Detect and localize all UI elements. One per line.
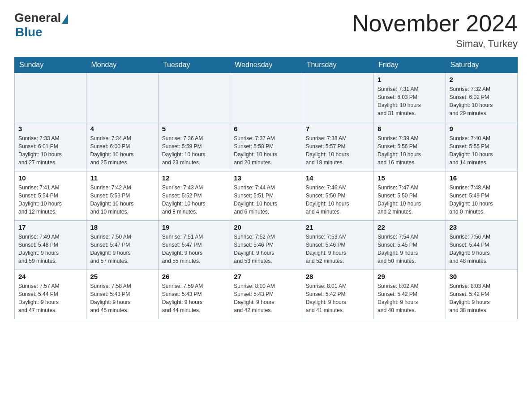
calendar-cell: 3Sunrise: 7:33 AMSunset: 6:01 PMDaylight… xyxy=(15,122,86,171)
weekday-header-thursday: Thursday xyxy=(302,57,373,73)
calendar-week-row: 24Sunrise: 7:57 AMSunset: 5:44 PMDayligh… xyxy=(15,270,518,319)
calendar-cell: 22Sunrise: 7:54 AMSunset: 5:45 PMDayligh… xyxy=(374,221,446,270)
day-number: 18 xyxy=(90,223,154,231)
day-number: 4 xyxy=(90,125,154,133)
calendar-cell xyxy=(302,73,373,122)
day-number: 16 xyxy=(450,174,514,182)
calendar-cell: 10Sunrise: 7:41 AMSunset: 5:54 PMDayligh… xyxy=(15,171,86,221)
logo-general-text: General xyxy=(14,11,61,25)
weekday-header-monday: Monday xyxy=(86,57,158,73)
day-info: Sunrise: 7:52 AMSunset: 5:46 PMDaylight:… xyxy=(234,233,298,265)
calendar-cell: 26Sunrise: 7:59 AMSunset: 5:43 PMDayligh… xyxy=(158,270,230,319)
day-number: 30 xyxy=(450,273,514,280)
day-info: Sunrise: 7:53 AMSunset: 5:46 PMDaylight:… xyxy=(306,233,370,265)
day-info: Sunrise: 7:42 AMSunset: 5:53 PMDaylight:… xyxy=(90,184,154,216)
day-number: 13 xyxy=(234,174,298,182)
calendar-cell: 11Sunrise: 7:42 AMSunset: 5:53 PMDayligh… xyxy=(86,171,158,221)
calendar-cell xyxy=(230,73,302,122)
day-number: 29 xyxy=(378,273,442,280)
day-number: 9 xyxy=(450,125,514,133)
calendar-cell: 14Sunrise: 7:46 AMSunset: 5:50 PMDayligh… xyxy=(302,171,373,221)
day-number: 19 xyxy=(162,223,226,231)
calendar-table: SundayMondayTuesdayWednesdayThursdayFrid… xyxy=(14,57,518,319)
calendar-cell: 5Sunrise: 7:36 AMSunset: 5:59 PMDaylight… xyxy=(158,122,230,171)
day-info: Sunrise: 7:31 AMSunset: 6:03 PMDaylight:… xyxy=(378,85,442,117)
calendar-cell: 13Sunrise: 7:44 AMSunset: 5:51 PMDayligh… xyxy=(230,171,302,221)
calendar-cell: 28Sunrise: 8:01 AMSunset: 5:42 PMDayligh… xyxy=(302,270,373,319)
day-info: Sunrise: 8:01 AMSunset: 5:42 PMDaylight:… xyxy=(306,282,370,314)
calendar-cell: 20Sunrise: 7:52 AMSunset: 5:46 PMDayligh… xyxy=(230,221,302,270)
day-number: 8 xyxy=(378,125,442,133)
day-info: Sunrise: 7:46 AMSunset: 5:50 PMDaylight:… xyxy=(306,184,370,216)
calendar-cell: 24Sunrise: 7:57 AMSunset: 5:44 PMDayligh… xyxy=(15,270,86,319)
day-number: 24 xyxy=(18,273,82,280)
day-number: 17 xyxy=(18,223,82,231)
weekday-header-row: SundayMondayTuesdayWednesdayThursdayFrid… xyxy=(15,57,518,73)
weekday-header-sunday: Sunday xyxy=(15,57,86,73)
calendar-cell: 16Sunrise: 7:48 AMSunset: 5:49 PMDayligh… xyxy=(446,171,517,221)
day-number: 26 xyxy=(162,273,226,280)
day-number: 20 xyxy=(234,223,298,231)
day-info: Sunrise: 7:47 AMSunset: 5:50 PMDaylight:… xyxy=(378,184,442,216)
calendar-cell: 17Sunrise: 7:49 AMSunset: 5:48 PMDayligh… xyxy=(15,221,86,270)
day-number: 3 xyxy=(18,125,82,133)
day-number: 12 xyxy=(162,174,226,182)
day-info: Sunrise: 7:39 AMSunset: 5:56 PMDaylight:… xyxy=(378,134,442,167)
day-number: 27 xyxy=(234,273,298,280)
day-info: Sunrise: 7:40 AMSunset: 5:55 PMDaylight:… xyxy=(450,134,514,167)
calendar-week-row: 17Sunrise: 7:49 AMSunset: 5:48 PMDayligh… xyxy=(15,221,518,270)
day-info: Sunrise: 7:59 AMSunset: 5:43 PMDaylight:… xyxy=(162,282,226,314)
calendar-cell: 19Sunrise: 7:51 AMSunset: 5:47 PMDayligh… xyxy=(158,221,230,270)
page-header: General Blue November 2024 Simav, Turkey xyxy=(14,11,518,50)
calendar-cell: 8Sunrise: 7:39 AMSunset: 5:56 PMDaylight… xyxy=(374,122,446,171)
day-info: Sunrise: 7:54 AMSunset: 5:45 PMDaylight:… xyxy=(378,233,442,265)
day-info: Sunrise: 7:37 AMSunset: 5:58 PMDaylight:… xyxy=(234,134,298,167)
calendar-cell: 4Sunrise: 7:34 AMSunset: 6:00 PMDaylight… xyxy=(86,122,158,171)
day-info: Sunrise: 7:38 AMSunset: 5:57 PMDaylight:… xyxy=(306,134,370,167)
day-info: Sunrise: 8:02 AMSunset: 5:42 PMDaylight:… xyxy=(378,282,442,314)
calendar-cell: 21Sunrise: 7:53 AMSunset: 5:46 PMDayligh… xyxy=(302,221,373,270)
logo-triangle-icon xyxy=(62,14,68,24)
day-number: 2 xyxy=(450,76,514,83)
day-info: Sunrise: 7:50 AMSunset: 5:47 PMDaylight:… xyxy=(90,233,154,265)
day-number: 10 xyxy=(18,174,82,182)
day-info: Sunrise: 7:56 AMSunset: 5:44 PMDaylight:… xyxy=(450,233,514,265)
day-info: Sunrise: 8:03 AMSunset: 5:42 PMDaylight:… xyxy=(450,282,514,314)
day-info: Sunrise: 7:58 AMSunset: 5:43 PMDaylight:… xyxy=(90,282,154,314)
day-info: Sunrise: 7:49 AMSunset: 5:48 PMDaylight:… xyxy=(18,233,82,265)
calendar-cell: 6Sunrise: 7:37 AMSunset: 5:58 PMDaylight… xyxy=(230,122,302,171)
calendar-cell: 18Sunrise: 7:50 AMSunset: 5:47 PMDayligh… xyxy=(86,221,158,270)
calendar-cell: 1Sunrise: 7:31 AMSunset: 6:03 PMDaylight… xyxy=(374,73,446,122)
day-info: Sunrise: 7:32 AMSunset: 6:02 PMDaylight:… xyxy=(450,85,514,117)
weekday-header-tuesday: Tuesday xyxy=(158,57,230,73)
calendar-cell xyxy=(86,73,158,122)
day-number: 14 xyxy=(306,174,370,182)
day-info: Sunrise: 7:41 AMSunset: 5:54 PMDaylight:… xyxy=(18,184,82,216)
calendar-week-row: 3Sunrise: 7:33 AMSunset: 6:01 PMDaylight… xyxy=(15,122,518,171)
calendar-cell xyxy=(15,73,86,122)
day-info: Sunrise: 7:36 AMSunset: 5:59 PMDaylight:… xyxy=(162,134,226,167)
calendar-cell: 27Sunrise: 8:00 AMSunset: 5:43 PMDayligh… xyxy=(230,270,302,319)
calendar-cell: 29Sunrise: 8:02 AMSunset: 5:42 PMDayligh… xyxy=(374,270,446,319)
calendar-cell: 30Sunrise: 8:03 AMSunset: 5:42 PMDayligh… xyxy=(446,270,517,319)
calendar-cell: 9Sunrise: 7:40 AMSunset: 5:55 PMDaylight… xyxy=(446,122,517,171)
title-area: November 2024 Simav, Turkey xyxy=(352,11,518,50)
day-info: Sunrise: 8:00 AMSunset: 5:43 PMDaylight:… xyxy=(234,282,298,314)
day-info: Sunrise: 7:44 AMSunset: 5:51 PMDaylight:… xyxy=(234,184,298,216)
calendar-cell: 12Sunrise: 7:43 AMSunset: 5:52 PMDayligh… xyxy=(158,171,230,221)
day-number: 23 xyxy=(450,223,514,231)
calendar-cell: 2Sunrise: 7:32 AMSunset: 6:02 PMDaylight… xyxy=(446,73,517,122)
weekday-header-wednesday: Wednesday xyxy=(230,57,302,73)
day-number: 11 xyxy=(90,174,154,182)
day-number: 28 xyxy=(306,273,370,280)
day-info: Sunrise: 7:34 AMSunset: 6:00 PMDaylight:… xyxy=(90,134,154,167)
day-info: Sunrise: 7:33 AMSunset: 6:01 PMDaylight:… xyxy=(18,134,82,167)
calendar-cell: 25Sunrise: 7:58 AMSunset: 5:43 PMDayligh… xyxy=(86,270,158,319)
calendar-cell: 15Sunrise: 7:47 AMSunset: 5:50 PMDayligh… xyxy=(374,171,446,221)
logo: General Blue xyxy=(14,11,68,39)
day-number: 1 xyxy=(378,76,442,83)
day-number: 25 xyxy=(90,273,154,280)
month-title: November 2024 xyxy=(352,11,518,36)
day-number: 5 xyxy=(162,125,226,133)
day-number: 6 xyxy=(234,125,298,133)
